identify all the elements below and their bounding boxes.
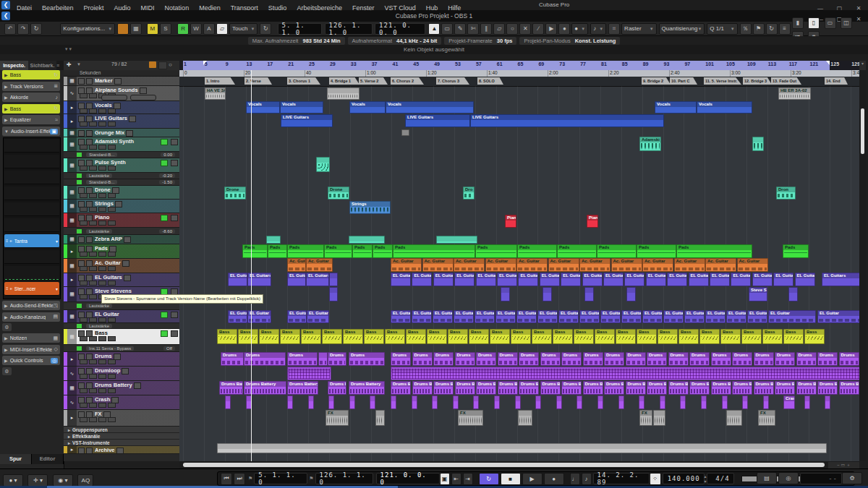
clip-drums[interactable]: Drums (412, 352, 433, 366)
clip-bass[interactable]: Bass (762, 329, 783, 344)
clip-drums[interactable] (318, 352, 328, 366)
clip-drums[interactable]: Drums (604, 352, 624, 366)
clip-drums[interactable]: Drums (349, 352, 385, 366)
insert-slot-6[interactable] (4, 218, 59, 232)
configurations-dropdown[interactable]: Konfigurations...▼ (60, 23, 115, 35)
section-right-icon[interactable]: ◎ (51, 358, 58, 364)
marker-flag-8-solo[interactable]: 8. SOLO (477, 77, 503, 85)
mini-control[interactable] (98, 317, 106, 322)
quantize-dropdown[interactable]: Quantisierung▼ (659, 23, 705, 35)
clip-bass[interactable]: Bass (364, 329, 384, 344)
track-grid-icon[interactable] (158, 61, 167, 69)
automation-panel-icon[interactable]: ▱ (216, 23, 228, 35)
mini-control[interactable] (80, 93, 88, 98)
mini-control[interactable] (80, 388, 88, 393)
marker-flag-5-verse-2[interactable]: 5. Verse 2 (359, 77, 388, 85)
clip-grunge-mix[interactable] (401, 129, 409, 136)
clip-bass[interactable]: Bass (427, 329, 447, 344)
clip-el-guitars[interactable]: EL Guitars (287, 273, 306, 286)
mini-control[interactable] (89, 359, 97, 364)
clip-vocals[interactable]: Vocals (386, 101, 474, 114)
clip-el-guitar[interactable]: EL Guitar (642, 310, 663, 323)
mini-control[interactable] (98, 266, 106, 271)
clip-bass[interactable]: Bass (469, 329, 489, 344)
quantize-value-dropdown[interactable]: Q 1/1▼ (707, 23, 737, 35)
clip-bass[interactable]: Bass (574, 329, 594, 344)
marker-flag-9-bridge-2[interactable]: 9. Bridge 2 (642, 77, 671, 85)
mini-control[interactable] (108, 317, 116, 322)
clip-zebra-arp[interactable] (349, 236, 385, 244)
clip-crash[interactable] (680, 395, 686, 409)
clip-crash[interactable] (494, 395, 500, 409)
marker-flag-3-chorus-1[interactable]: 3. Chorus 1 (287, 77, 320, 85)
monitor-button[interactable] (129, 116, 136, 122)
clip-ac-guitar[interactable]: Ac. Guitar (391, 258, 422, 272)
clip-bass[interactable]: Bass (553, 329, 573, 344)
clip-drums-battery[interactable]: Drums Bat (561, 381, 582, 395)
mini-control[interactable] (89, 207, 97, 212)
mini-control[interactable] (108, 336, 116, 341)
mini-control[interactable] (98, 108, 106, 114)
mini-control[interactable] (89, 417, 97, 422)
section-right-icon[interactable]: ≣ (54, 83, 58, 89)
marker-flag-6-chorus-2[interactable]: 6. Chorus 2 (391, 77, 424, 85)
clip-drumloop[interactable] (391, 367, 859, 380)
cycle-button[interactable]: ↻ (479, 473, 499, 485)
split-tool[interactable]: ✄ (467, 23, 479, 35)
clip-live-guitars[interactable]: LIVE Guitars (281, 114, 333, 127)
clip-fx[interactable]: FX (458, 410, 483, 426)
clip-drums-battery[interactable]: Drums Bat (796, 381, 817, 395)
mini-control[interactable] (89, 193, 97, 198)
clip-el-guitar[interactable]: EL Guitar (228, 310, 247, 323)
section-right-icon[interactable]: ▣ (50, 129, 58, 134)
clip-crash[interactable] (742, 395, 748, 409)
insert-slot-5[interactable] (4, 202, 59, 216)
monitor-button[interactable] (122, 368, 129, 374)
clip-ac-guitar[interactable]: Ac. Guitar (579, 258, 610, 272)
section-right-icon[interactable]: ▤ (53, 314, 58, 320)
undo-icon[interactable]: ↶ (4, 23, 16, 35)
clip-bass[interactable]: Bass (301, 329, 321, 344)
track-search-icon[interactable]: ○ (169, 61, 172, 68)
clip-crash[interactable] (597, 395, 603, 409)
right-locator-field[interactable]: 126. 1. 1. 0 (325, 23, 373, 35)
clip-drums[interactable]: Drums (583, 352, 603, 366)
clip-steve-stevens[interactable] (501, 287, 510, 301)
inspector-section-bass[interactable]: ▶Bass↻ (2, 104, 60, 114)
clip-drums-battery[interactable]: Drums Bat (455, 381, 475, 395)
clip-pads[interactable]: Pads (676, 244, 752, 258)
mini-control[interactable] (80, 145, 88, 150)
clip-pads[interactable]: Pads (324, 244, 352, 258)
clip-bass[interactable]: Bass (343, 329, 363, 344)
insert-slot-7[interactable]: ≡eTantra▾ (4, 234, 59, 248)
tempo-track-icon[interactable]: ♪ (582, 473, 592, 485)
clip-crash[interactable] (349, 395, 355, 409)
automation-read-icon[interactable] (77, 180, 82, 184)
track-row-grunge-mix[interactable]: ▦Grunge Mix (64, 129, 179, 137)
mute-tool[interactable]: ✕ (519, 23, 531, 35)
mini-control[interactable] (98, 281, 106, 286)
clip-drums-battery[interactable]: Drums Battery (244, 381, 286, 395)
left-locator-field[interactable]: 5. 1. 1. 0 (278, 23, 323, 35)
clip-el-guitar[interactable]: EL Guitar (433, 310, 453, 323)
inspector-section-quick-controls[interactable]: ▶Quick Controls◎ (2, 356, 60, 365)
play-button[interactable]: ▶ (522, 473, 542, 485)
clip-drums[interactable]: Drums (647, 352, 667, 366)
clip-bass[interactable]: Bass (637, 329, 657, 344)
clip-el-guitar[interactable]: EL Guitar (558, 310, 579, 323)
clip-el-guitars[interactable]: EL Guitars (306, 273, 329, 286)
erase-tool[interactable]: ▱ (493, 23, 505, 35)
track-solo-button[interactable] (86, 236, 93, 243)
clip-drums-battery[interactable]: Drums Battery (349, 381, 385, 395)
clip-el-guitars[interactable]: EL Guitars (689, 273, 709, 286)
inspector-tab-inspecto[interactable]: Inspecto. (0, 61, 28, 70)
write-automation-button[interactable]: W (190, 23, 202, 35)
clip-drums[interactable]: Drums (287, 352, 318, 366)
metronome-icon[interactable]: ♩ (570, 473, 580, 485)
clip-drone[interactable]: Drone (328, 187, 349, 200)
mini-control[interactable] (80, 166, 88, 171)
mini-control[interactable] (80, 359, 88, 364)
clip-vocals[interactable]: Vocals (280, 101, 323, 114)
clip-drums[interactable]: Drums (711, 352, 731, 366)
play-tool[interactable]: ▶ (545, 23, 557, 35)
